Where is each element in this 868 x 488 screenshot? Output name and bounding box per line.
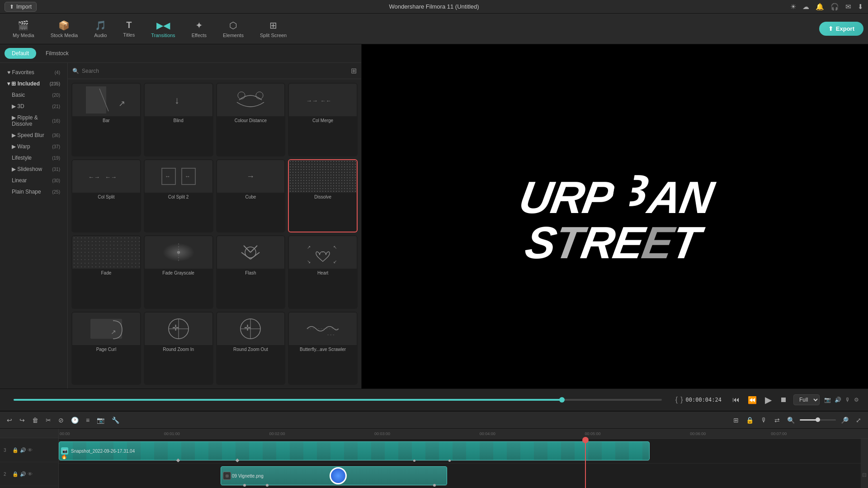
transition-card-fade-grayscale[interactable]: Fade Grayscale (144, 235, 213, 309)
tab-effects[interactable]: ✦ Effects (184, 16, 215, 42)
clip2-handle-left[interactable]: ⊡ (223, 472, 231, 480)
svg-text:↓: ↓ (175, 95, 179, 106)
track3-visibility-icon[interactable]: 👁 (28, 447, 33, 453)
tab-effects-label: Effects (192, 33, 207, 38)
zoom-minus[interactable]: 🔍 (785, 415, 797, 425)
sidebar-item-speed-blur[interactable]: ▶ Speed Blur (36) (2, 130, 66, 141)
transition-thumb-col-merge: →→ ←← (289, 84, 357, 116)
playhead[interactable] (585, 439, 586, 488)
tab-split-screen[interactable]: ⊞ Split Screen (252, 16, 295, 42)
snap-button[interactable]: 📷 (94, 415, 107, 425)
sidebar-item-included[interactable]: ▾ ⊞ Included (235) (2, 78, 66, 89)
tab-stock-media[interactable]: 📦 Stock Media (42, 16, 86, 42)
tab-audio[interactable]: 🎵 Audio (86, 16, 115, 42)
transition-card-col-split[interactable]: ←→ ←→ Col Split (71, 159, 141, 233)
track3-lock-icon[interactable]: 🔒 (12, 447, 19, 453)
transition-card-bar[interactable]: ↗ Bar (71, 83, 141, 156)
sidebar-item-linear[interactable]: Linear (30) (2, 175, 66, 186)
tab-my-media[interactable]: 🎬 My Media (5, 16, 42, 42)
track2-visibility-icon[interactable]: 👁 (28, 471, 33, 477)
tab-transitions[interactable]: ▶◀ Transitions (143, 16, 183, 42)
transition-card-butterfly[interactable]: - - - Butterfly...ave Scrawler (288, 312, 358, 385)
scroll-indicator[interactable]: ⊟ (862, 472, 867, 478)
drag-handle[interactable] (330, 467, 347, 484)
sidebar-item-3d[interactable]: ▶ 3D (21) (2, 101, 66, 112)
volume-icon[interactable]: 🔊 (835, 397, 841, 403)
track-split-icon[interactable]: ⇄ (772, 415, 782, 425)
progress-thumb[interactable] (559, 397, 565, 403)
sidebar-item-slideshow[interactable]: ▶ Slideshow (31) (2, 164, 66, 175)
sidebar-item-plain-shape[interactable]: Plain Shape (25) (2, 186, 66, 197)
duration-button[interactable]: 🕐 (69, 415, 81, 425)
transition-card-round-zoom-in[interactable]: ✛ Round Zoom In (144, 312, 213, 385)
svg-text:←→: ←→ (105, 174, 117, 180)
tool-button[interactable]: 🔧 (109, 415, 122, 425)
track2-volume-icon[interactable]: 🔊 (20, 471, 26, 477)
transition-card-heart[interactable]: ↗ ↖ ↘ ↙ Heart (288, 235, 358, 309)
track3-volume-icon[interactable]: 🔊 (20, 447, 26, 453)
tab-elements[interactable]: ⬡ Elements (215, 16, 252, 42)
cloud-icon[interactable]: ☁ (802, 3, 809, 11)
transition-card-cube[interactable]: → Cube (216, 159, 286, 233)
download-icon[interactable]: ⬇ (858, 3, 863, 11)
tab-audio-label: Audio (94, 33, 107, 38)
sidebar-item-lifestyle[interactable]: Lifestyle (19) (2, 152, 66, 163)
transition-card-blind[interactable]: ↓ Blind (144, 83, 213, 156)
zoom-slider[interactable] (800, 419, 836, 421)
redo-button[interactable]: ↪ (17, 415, 27, 425)
play-button[interactable]: ▶ (763, 393, 774, 407)
kf-dot (448, 460, 451, 462)
zoom-plus[interactable]: 🔎 (839, 415, 851, 425)
settings-button[interactable]: ≡ (84, 415, 92, 425)
tab-my-media-label: My Media (13, 33, 34, 38)
transition-card-fade[interactable]: Fade (71, 235, 141, 309)
track-add-icon[interactable]: 🔒 (744, 415, 756, 425)
svg-text:↖: ↖ (333, 245, 337, 250)
transition-card-dissolve[interactable]: Dissolve (288, 159, 358, 233)
grid-view-icon[interactable]: ⊞ (351, 66, 357, 75)
sidebar-item-basic[interactable]: Basic (20) (2, 90, 66, 100)
sidebar-item-ripple[interactable]: ▶ Ripple & Dissolve (16) (2, 112, 66, 129)
cut-button[interactable]: ✂ (43, 415, 53, 425)
fit-button[interactable]: ⤢ (854, 415, 863, 425)
panel-tab-default[interactable]: Default (5, 48, 36, 59)
headphone-icon[interactable]: 🎧 (830, 3, 839, 11)
sidebar-item-favorites[interactable]: ♥ Favorites (4) (2, 67, 66, 78)
microphone-icon[interactable]: 🎙 (845, 397, 850, 403)
delete-button[interactable]: 🗑 (30, 415, 41, 425)
disable-button[interactable]: ⊘ (56, 415, 66, 425)
track2-clip[interactable]: 🖼 09 Vignette.png ⊡ (221, 466, 447, 485)
mail-icon[interactable]: ✉ (845, 3, 851, 11)
undo-button[interactable]: ↩ (5, 415, 14, 425)
transition-card-colour-distance[interactable]: Colour Distance (216, 83, 286, 156)
svg-text:←→: ←→ (88, 174, 100, 180)
progress-bar[interactable] (14, 399, 662, 401)
export-button[interactable]: ⬆ Export (819, 22, 863, 36)
transition-card-round-zoom-out[interactable]: ✛ Round Zoom Out (216, 312, 286, 385)
sidebar-item-warp[interactable]: ▶ Warp (37) (2, 141, 66, 152)
transition-card-col-split-2[interactable]: ↔ ↔ Col Split 2 (144, 159, 213, 233)
track-lock-icon[interactable]: 🎙 (759, 415, 769, 425)
track3-clip[interactable]: 📷 Snapshot_2022-09-26-17.31.04 🔥 (59, 441, 650, 460)
track-settings-icon[interactable]: ⊞ (731, 415, 741, 425)
transition-card-page-curl[interactable]: ↗ Page Curl (71, 312, 141, 385)
step-back-button[interactable]: ⏪ (746, 394, 759, 406)
tab-elements-label: Elements (223, 33, 244, 38)
search-input[interactable] (82, 68, 348, 74)
settings-icon[interactable]: ⚙ (854, 397, 859, 403)
tab-titles[interactable]: T Titles (115, 16, 143, 41)
transition-card-col-merge[interactable]: →→ ←← Col Merge (288, 83, 358, 156)
import-button[interactable]: ⬆ Import (5, 2, 37, 12)
left-panel: Default Filmstock ♥ Favorites (4) ▾ ⊞ In… (0, 44, 362, 389)
brightness-icon[interactable]: ☀ (790, 3, 796, 11)
screenshot-icon[interactable]: 📷 (824, 397, 831, 403)
panel-tab-filmstock[interactable]: Filmstock (38, 48, 76, 59)
topbar-icons: ☀ ☁ 🔔 🎧 ✉ ⬇ (790, 3, 863, 11)
transition-card-flash[interactable]: Flash (216, 235, 286, 309)
notification-icon[interactable]: 🔔 (816, 3, 824, 11)
track2-lock-icon[interactable]: 🔒 (12, 471, 19, 477)
skip-back-button[interactable]: ⏮ (731, 394, 741, 406)
quality-select[interactable]: Full 1/2 1/4 (793, 394, 820, 405)
stop-button[interactable]: ⏹ (778, 394, 789, 406)
svg-text:↔: ↔ (165, 173, 170, 180)
